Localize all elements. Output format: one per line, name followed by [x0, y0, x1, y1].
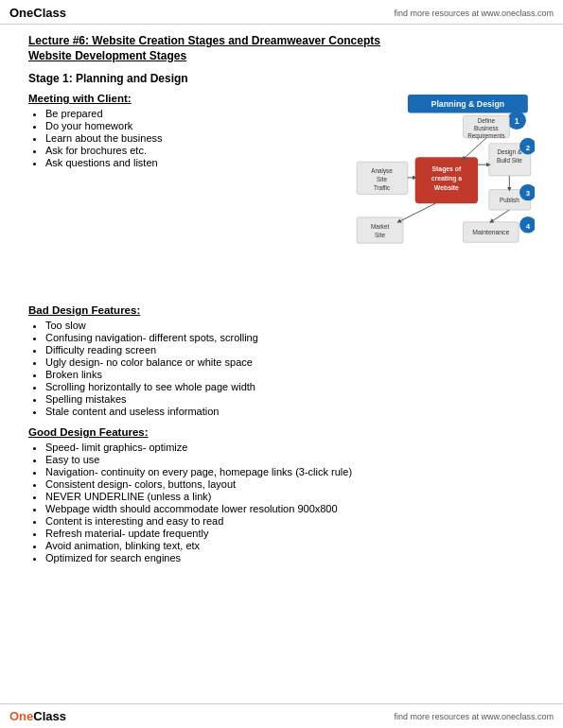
footer: OneClass find more resources at www.onec… [0, 703, 563, 728]
diagram-area: Planning & Design 1 Define Business Requ… [350, 93, 535, 293]
svg-text:Maintenance: Maintenance [472, 229, 509, 235]
planning-diagram: Planning & Design 1 Define Business Requ… [350, 93, 535, 291]
svg-rect-25 [357, 217, 403, 243]
list-item: Refresh material- update frequently [45, 528, 535, 539]
list-item: Optimized for search engines [45, 552, 535, 563]
list-item: Ask questions and listen [45, 157, 341, 168]
bad-design-list: Too slow Confusing navigation- different… [45, 320, 535, 417]
list-item: Difficulty reading screen [45, 344, 535, 355]
logo-brand: One [9, 6, 33, 20]
list-item: NEVER UNDERLINE (unless a link) [45, 491, 535, 502]
list-item: Stale content and useless information [45, 406, 535, 417]
list-item: Avoid animation, blinking text, etx [45, 540, 535, 551]
list-item: Scrolling horizontally to see whole page… [45, 381, 535, 392]
list-item: Ugly design- no color balance or white s… [45, 356, 535, 368]
stage1-text: Meeting with Client: Be prepared Do your… [28, 93, 341, 293]
svg-line-36 [491, 210, 510, 222]
svg-text:3: 3 [526, 189, 531, 198]
header: OneClass find more resources at www.onec… [0, 0, 563, 25]
svg-text:Market: Market [371, 223, 390, 230]
list-item: Speed- limit graphics- optimize [45, 442, 535, 453]
svg-line-32 [463, 138, 485, 159]
list-item: Do your homework [45, 120, 341, 131]
svg-text:Site: Site [375, 232, 385, 238]
svg-text:Publish: Publish [500, 197, 519, 203]
list-item: Content is interesting and easy to read [45, 515, 535, 527]
header-url: find more resources at www.oneclass.com [394, 9, 554, 18]
list-item: Too slow [45, 320, 535, 331]
svg-line-37 [398, 203, 435, 222]
list-item: Broken links [45, 369, 535, 380]
svg-text:Planning & Design: Planning & Design [431, 99, 505, 109]
logo-text: OneClass [9, 6, 66, 20]
good-design-heading: Good Design Features: [28, 426, 535, 438]
list-item: Ask for brochures etc. [45, 145, 341, 156]
list-item: Webpage width should accommodate lower r… [45, 503, 535, 514]
svg-text:Site: Site [377, 176, 387, 182]
svg-text:creating a: creating a [431, 175, 462, 182]
svg-text:Build Site: Build Site [497, 157, 522, 164]
list-item: Confusing navigation- different spots, s… [45, 332, 535, 343]
list-item: Learn about the business [45, 132, 341, 144]
good-design-section: Good Design Features: Speed- limit graph… [28, 426, 535, 563]
list-item: Easy to use [45, 454, 535, 465]
svg-text:Business: Business [474, 125, 499, 131]
stage1-layout: Meeting with Client: Be prepared Do your… [28, 93, 535, 293]
stage1-heading: Stage 1: Planning and Design [28, 72, 535, 85]
meeting-heading: Meeting with Client: [28, 93, 341, 104]
svg-text:Requirements: Requirements [467, 132, 504, 140]
svg-text:Website: Website [434, 184, 459, 191]
svg-text:4: 4 [526, 222, 531, 231]
footer-logo: OneClass [9, 709, 66, 723]
bad-design-section: Bad Design Features: Too slow Confusing … [28, 304, 535, 417]
list-item: Consistent design- colors, buttons, layo… [45, 478, 535, 490]
list-item: Be prepared [45, 108, 341, 119]
good-design-list: Speed- limit graphics- optimize Easy to … [45, 442, 535, 563]
svg-text:Define: Define [478, 117, 496, 124]
logo: OneClass [9, 6, 66, 20]
svg-text:Traffic: Traffic [374, 184, 390, 191]
svg-text:Stages of: Stages of [432, 165, 462, 173]
page-subtitle: Website Development Stages [28, 49, 535, 62]
svg-text:1: 1 [515, 116, 519, 126]
svg-text:Design &: Design & [497, 148, 521, 156]
svg-text:2: 2 [526, 144, 531, 152]
page-title: Lecture #6: Website Creation Stages and … [28, 34, 535, 47]
footer-url: find more resources at www.oneclass.com [394, 712, 554, 721]
footer-logo-text: OneClass [9, 709, 66, 723]
bad-design-heading: Bad Design Features: [28, 304, 535, 316]
meeting-list: Be prepared Do your homework Learn about… [45, 108, 341, 168]
list-item: Spelling mistakes [45, 393, 535, 405]
main-content: Lecture #6: Website Creation Stages and … [0, 25, 563, 630]
svg-text:Analyse: Analyse [371, 167, 393, 175]
list-item: Navigation- continuity on every page, ho… [45, 466, 535, 477]
